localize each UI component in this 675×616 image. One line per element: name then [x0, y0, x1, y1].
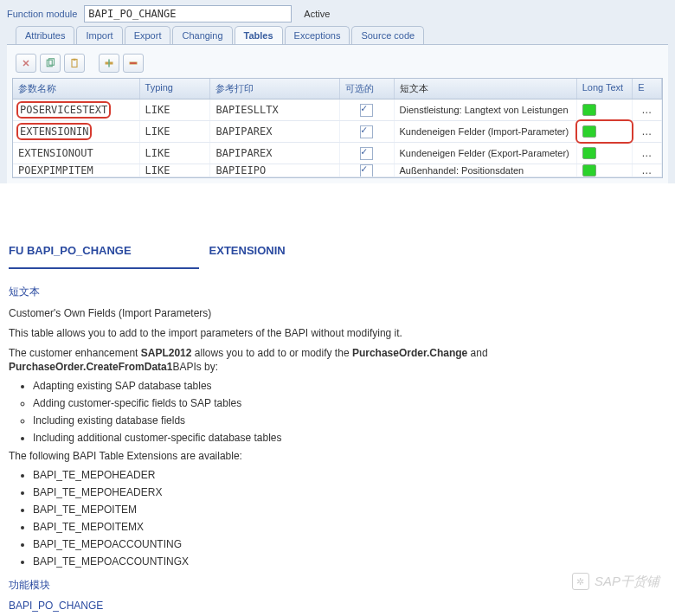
extension-list: BAPI_TE_MEPOHEADER BAPI_TE_MEPOHEADERX B… [33, 469, 666, 568]
sap-header-area: Function module Active Attributes Import… [0, 0, 675, 183]
cell-more[interactable]: … [633, 121, 662, 142]
cut-button[interactable] [16, 54, 36, 73]
cell-ref[interactable]: BAPIPAREX [210, 143, 339, 164]
cell-more[interactable]: … [633, 164, 662, 177]
cell-optional[interactable] [340, 99, 395, 120]
cell-ref[interactable]: BAPIESLLTX [210, 99, 339, 120]
cell-optional[interactable] [340, 164, 395, 177]
cell-shorttext[interactable]: Außenhandel: Positionsdaten [395, 164, 577, 177]
tab-exceptions[interactable]: Exceptions [285, 26, 350, 44]
bullet-list: Adapting existing SAP database tables [33, 380, 666, 392]
cell-longtext[interactable] [577, 121, 633, 142]
section-short-text: 短文本 [9, 285, 666, 299]
short-text-value: Customer's Own Fields (Import Parameters… [9, 306, 666, 321]
doc-header: FU BAPI_PO_CHANGE EXTENSIONIN [9, 239, 666, 259]
list-item: BAPI_TE_MEPOITEM [33, 504, 666, 516]
tab-changing[interactable]: Changing [172, 26, 232, 44]
doc-title-param: EXTENSIONIN [209, 244, 286, 257]
paragraph: This table allows you to add to the impo… [9, 326, 666, 341]
tab-attributes[interactable]: Attributes [16, 26, 74, 44]
cell-param[interactable]: EXTENSIONOUT [13, 143, 140, 164]
cell-typing[interactable]: LIKE [140, 143, 211, 164]
fm-status: Active [304, 9, 330, 19]
tab-strip: Attributes Import Export Changing Tables… [7, 26, 668, 44]
list-item: BAPI_TE_MEPOHEADERX [33, 486, 666, 498]
bullet-list: Including additional customer-specific d… [33, 432, 666, 444]
section-function-module: 功能模块 [9, 578, 666, 593]
cell-optional[interactable] [340, 143, 395, 164]
paste-button[interactable] [64, 54, 85, 73]
copy-button[interactable] [40, 54, 61, 73]
cell-typing[interactable]: LIKE [140, 121, 211, 142]
separator [9, 267, 199, 269]
cell-param[interactable]: EXTENSIONIN [13, 121, 140, 142]
cell-shorttext[interactable]: Kundeneigen Felder (Export-Parameter) [395, 143, 577, 164]
list-item: Adapting existing SAP database tables [33, 380, 666, 392]
parameter-grid: 参数名称 Typing 参考打印 可选的 短文本 Long Text E POS… [12, 78, 663, 178]
status-led-icon [582, 164, 596, 176]
cell-longtext[interactable] [577, 99, 633, 120]
col-header-param[interactable]: 参数名称 [13, 79, 140, 99]
function-module-input[interactable] [84, 5, 292, 22]
watermark: ✲ SAP干货铺 [572, 573, 659, 590]
cell-shorttext[interactable]: Dienstleistung: Langtext von Leistungen [395, 99, 577, 120]
status-led-icon [582, 125, 596, 138]
cell-more[interactable]: … [633, 143, 662, 164]
table-toolbar [12, 50, 663, 78]
checkbox-icon[interactable] [360, 147, 373, 160]
list-item: Including existing database fields [33, 414, 666, 427]
cell-longtext[interactable] [577, 143, 633, 164]
delete-row-button[interactable] [123, 54, 144, 73]
documentation-panel: FU BAPI_PO_CHANGE EXTENSIONIN 短文本 Custom… [0, 227, 675, 616]
paragraph: The customer enhancement SAPL2012 allows… [9, 346, 666, 375]
checkbox-icon[interactable] [360, 164, 373, 177]
checkbox-icon[interactable] [360, 104, 373, 117]
doc-title-fu: FU BAPI_PO_CHANGE [9, 244, 132, 257]
table-row[interactable]: POSERVICESTEXT LIKE BAPIESLLTX Dienstlei… [13, 99, 662, 121]
list-item: BAPI_TE_MEPOACCOUNTING [33, 538, 666, 550]
cell-param[interactable]: POEXPIMPITEM [13, 164, 140, 177]
col-header-ref[interactable]: 参考打印 [210, 79, 339, 99]
tab-body: 参数名称 Typing 参考打印 可选的 短文本 Long Text E POS… [7, 44, 668, 183]
cell-ref[interactable]: BAPIPAREX [210, 121, 339, 142]
paragraph: The following BAPI Table Extensions are … [9, 449, 666, 464]
tab-import[interactable]: Import [76, 26, 122, 44]
insert-row-button[interactable] [99, 54, 119, 73]
list-item: Adding customer-specific fields to SAP t… [33, 397, 666, 409]
cell-more[interactable]: … [633, 99, 662, 120]
col-header-short[interactable]: 短文本 [395, 79, 577, 99]
sub-bullet-list: Adding customer-specific fields to SAP t… [33, 397, 666, 427]
tab-source-code[interactable]: Source code [351, 26, 424, 44]
table-row[interactable]: EXTENSIONIN LIKE BAPIPAREX Kundeneigen F… [13, 121, 662, 143]
cell-ref[interactable]: BAPIEIPO [210, 164, 339, 177]
list-item: BAPI_TE_MEPOITEMX [33, 521, 666, 533]
col-header-longtext[interactable]: Long Text [577, 79, 633, 99]
checkbox-icon[interactable] [360, 125, 373, 138]
status-led-icon [582, 104, 596, 116]
cell-param[interactable]: POSERVICESTEXT [13, 99, 140, 120]
table-row[interactable]: POEXPIMPITEM LIKE BAPIEIPO Außenhandel: … [13, 164, 662, 177]
table-row[interactable]: EXTENSIONOUT LIKE BAPIPAREX Kundeneigen … [13, 143, 662, 164]
cell-typing[interactable]: LIKE [140, 99, 211, 120]
list-item: BAPI_TE_MEPOACCOUNTINGX [33, 555, 666, 568]
col-header-typing[interactable]: Typing [140, 79, 211, 99]
wechat-icon: ✲ [572, 573, 589, 590]
svg-rect-3 [74, 59, 76, 61]
status-led-icon [582, 147, 596, 159]
fm-name-link[interactable]: BAPI_PO_CHANGE [9, 600, 666, 612]
tab-export[interactable]: Export [125, 26, 171, 44]
list-item: Including additional customer-specific d… [33, 432, 666, 444]
fm-label: Function module [7, 9, 77, 19]
tab-tables[interactable]: Tables [235, 26, 283, 44]
watermark-text: SAP干货铺 [595, 574, 659, 590]
col-header-optional[interactable]: 可选的 [340, 79, 395, 99]
list-item: BAPI_TE_MEPOHEADER [33, 469, 666, 481]
cell-shorttext[interactable]: Kundeneigen Felder (Import-Parameter) [395, 121, 577, 142]
col-header-edge[interactable]: E [633, 79, 662, 99]
grid-header-row: 参数名称 Typing 参考打印 可选的 短文本 Long Text E [13, 79, 662, 99]
function-module-row: Function module Active [7, 5, 668, 26]
cell-longtext[interactable] [577, 164, 633, 177]
cell-typing[interactable]: LIKE [140, 164, 211, 177]
cell-optional[interactable] [340, 121, 395, 142]
